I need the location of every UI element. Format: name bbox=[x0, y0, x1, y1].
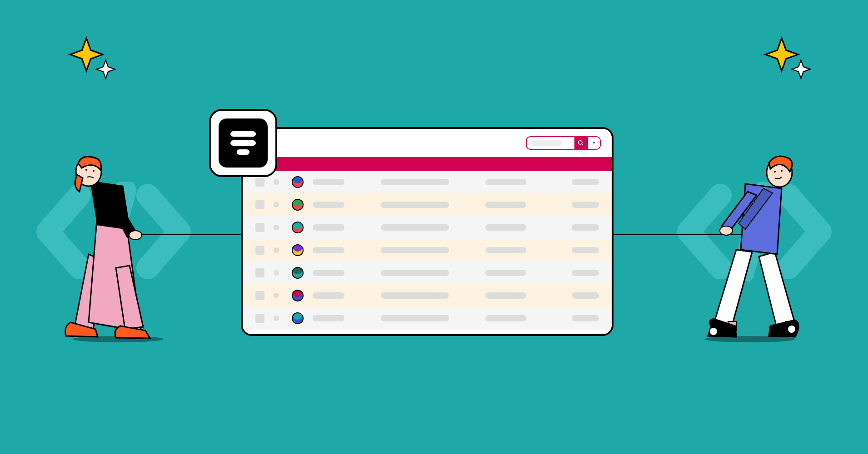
row-checkbox[interactable] bbox=[255, 178, 264, 187]
row-checkbox[interactable] bbox=[255, 246, 264, 255]
row-status-dot bbox=[274, 225, 279, 230]
row-checkbox[interactable] bbox=[255, 268, 264, 277]
table-row[interactable] bbox=[243, 307, 612, 330]
svg-point-4 bbox=[85, 169, 87, 171]
cell-placeholder bbox=[572, 315, 599, 321]
equals-logo-icon bbox=[219, 118, 268, 168]
cell-placeholder bbox=[313, 292, 344, 299]
row-checkbox[interactable] bbox=[255, 223, 264, 232]
row-status-dot bbox=[274, 179, 279, 185]
row-checkbox[interactable] bbox=[255, 200, 264, 209]
search-icon bbox=[578, 140, 584, 146]
svg-line-15 bbox=[582, 143, 584, 145]
svg-point-13 bbox=[788, 326, 795, 333]
cell-placeholder bbox=[381, 270, 449, 276]
cell-placeholder bbox=[485, 202, 526, 208]
cell-placeholder bbox=[572, 292, 599, 299]
table-row[interactable] bbox=[243, 171, 612, 193]
sparkle-group-right bbox=[763, 36, 800, 74]
cell-placeholder bbox=[381, 179, 449, 185]
table-row[interactable] bbox=[243, 216, 612, 239]
app-logo-badge bbox=[209, 109, 277, 177]
search-input[interactable] bbox=[527, 140, 574, 146]
svg-point-9 bbox=[781, 170, 783, 172]
cell-placeholder bbox=[485, 179, 526, 185]
avatar bbox=[292, 267, 304, 279]
row-status-dot bbox=[274, 293, 279, 298]
row-status-dot bbox=[274, 316, 279, 321]
sparkle-group-left bbox=[68, 36, 105, 74]
table-body bbox=[243, 171, 612, 330]
cell-placeholder bbox=[485, 292, 526, 299]
cell-placeholder bbox=[485, 270, 526, 276]
cell-placeholder bbox=[572, 179, 599, 185]
cell-placeholder bbox=[485, 315, 526, 321]
cell-placeholder bbox=[313, 179, 344, 185]
cell-placeholder bbox=[381, 224, 449, 231]
cell-placeholder bbox=[485, 224, 526, 231]
avatar bbox=[292, 222, 304, 233]
search-dropdown-button[interactable] bbox=[587, 137, 600, 149]
svg-point-12 bbox=[710, 328, 717, 335]
cell-placeholder bbox=[572, 202, 599, 208]
search-box[interactable] bbox=[526, 136, 601, 150]
table-row[interactable] bbox=[243, 262, 612, 284]
svg-point-8 bbox=[774, 171, 776, 173]
cell-placeholder bbox=[381, 292, 449, 299]
table-row[interactable] bbox=[243, 193, 612, 216]
cell-placeholder bbox=[485, 247, 526, 253]
row-checkbox[interactable] bbox=[255, 314, 264, 323]
person-right-illustration bbox=[686, 150, 813, 340]
cell-placeholder bbox=[572, 270, 599, 276]
cell-placeholder bbox=[313, 270, 344, 276]
cell-placeholder bbox=[572, 247, 599, 253]
svg-point-6 bbox=[720, 226, 733, 235]
row-status-dot bbox=[274, 247, 279, 253]
cell-placeholder bbox=[381, 247, 449, 253]
cell-placeholder bbox=[381, 202, 449, 208]
table-header-row bbox=[243, 157, 612, 171]
avatar bbox=[292, 176, 304, 188]
cell-placeholder bbox=[572, 224, 599, 231]
svg-point-2 bbox=[129, 231, 142, 240]
search-button[interactable] bbox=[574, 137, 587, 149]
row-checkbox[interactable] bbox=[255, 291, 264, 300]
avatar bbox=[292, 199, 304, 211]
svg-point-5 bbox=[93, 170, 95, 172]
cell-placeholder bbox=[381, 315, 449, 321]
row-status-dot bbox=[274, 270, 279, 276]
chevron-down-icon bbox=[592, 141, 596, 145]
cell-placeholder bbox=[313, 247, 344, 253]
person-left-illustration bbox=[55, 150, 182, 340]
table-row[interactable] bbox=[243, 239, 612, 262]
avatar bbox=[292, 244, 304, 256]
row-status-dot bbox=[274, 202, 279, 207]
star-small-icon bbox=[791, 59, 811, 79]
cell-placeholder bbox=[313, 202, 344, 208]
cell-placeholder bbox=[313, 315, 344, 321]
avatar bbox=[292, 290, 304, 301]
cell-placeholder bbox=[313, 224, 344, 231]
star-small-icon bbox=[95, 59, 116, 79]
avatar bbox=[292, 312, 304, 324]
table-row[interactable] bbox=[243, 284, 612, 307]
app-window bbox=[241, 127, 614, 336]
window-toolbar bbox=[243, 129, 612, 157]
svg-point-14 bbox=[579, 140, 582, 144]
